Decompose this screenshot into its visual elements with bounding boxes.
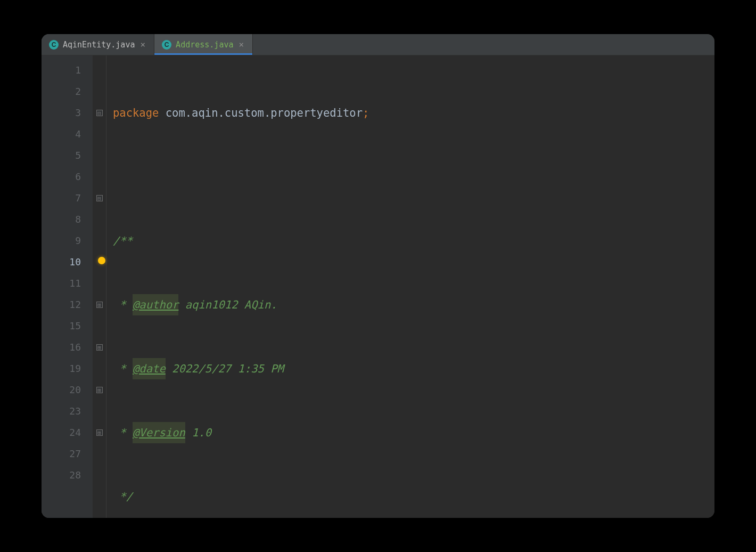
line-number: 19	[42, 358, 81, 379]
line-number: 28	[42, 465, 81, 486]
line-number: 7	[42, 188, 81, 209]
close-icon[interactable]: ×	[139, 39, 146, 50]
code-line: * @Version 1.0	[113, 422, 714, 443]
code-line	[113, 166, 714, 188]
class-file-icon: C	[162, 40, 171, 50]
fold-toggle-icon[interactable]: ⊟	[93, 102, 106, 124]
line-number: 9	[42, 230, 81, 251]
line-number: 5	[42, 145, 81, 166]
line-number: 10	[42, 251, 81, 273]
line-number: 27	[42, 443, 81, 465]
fold-toggle-icon[interactable]: ⊞	[93, 422, 106, 443]
line-number: 6	[42, 166, 81, 188]
code-line: */	[113, 486, 714, 507]
code-line: package com.aqin.custom.propertyeditor;	[113, 102, 714, 124]
intention-bulb-icon[interactable]	[98, 257, 105, 264]
code-line: * @author aqin1012 AQin.	[113, 294, 714, 315]
tab-label: AqinEntity.java	[63, 40, 135, 50]
fold-toggle-icon[interactable]: ⊞	[93, 337, 106, 358]
fold-toggle-icon[interactable]: ⊟	[93, 188, 106, 209]
line-number: 12	[42, 294, 81, 315]
editor-body: 1 2 3 4 5 6 7 8 9 10 11 12 15 16 19 20 2…	[42, 55, 714, 518]
line-number: 8	[42, 209, 81, 230]
editor-window: C AqinEntity.java × C Address.java × 1 2…	[42, 34, 714, 518]
tab-aqinentity[interactable]: C AqinEntity.java ×	[42, 34, 154, 55]
code-area[interactable]: package com.aqin.custom.propertyeditor; …	[106, 55, 714, 518]
tab-label: Address.java	[176, 40, 233, 50]
line-number: 24	[42, 422, 81, 443]
line-number-gutter[interactable]: 1 2 3 4 5 6 7 8 9 10 11 12 15 16 19 20 2…	[42, 55, 93, 518]
line-number: 2	[42, 81, 81, 102]
line-number: 3	[42, 102, 81, 124]
fold-toggle-icon[interactable]: ⊞	[93, 379, 106, 401]
line-number: 16	[42, 337, 81, 358]
close-icon[interactable]: ×	[237, 39, 245, 50]
line-number: 4	[42, 124, 81, 145]
line-number: 20	[42, 379, 81, 401]
tab-bar: C AqinEntity.java × C Address.java ×	[42, 34, 714, 55]
line-number: 1	[42, 60, 81, 81]
fold-gutter[interactable]: ⊟ ⊟ ⊞ ⊞ ⊞ ⊞	[93, 55, 106, 518]
line-number: 23	[42, 401, 81, 422]
line-number: 15	[42, 315, 81, 337]
code-line: * @date 2022/5/27 1:35 PM	[113, 358, 714, 379]
class-file-icon: C	[49, 40, 59, 50]
line-number: 11	[42, 273, 81, 294]
fold-toggle-icon[interactable]: ⊞	[93, 294, 106, 315]
code-line: /**	[113, 230, 714, 251]
tab-address[interactable]: C Address.java ×	[154, 34, 253, 55]
